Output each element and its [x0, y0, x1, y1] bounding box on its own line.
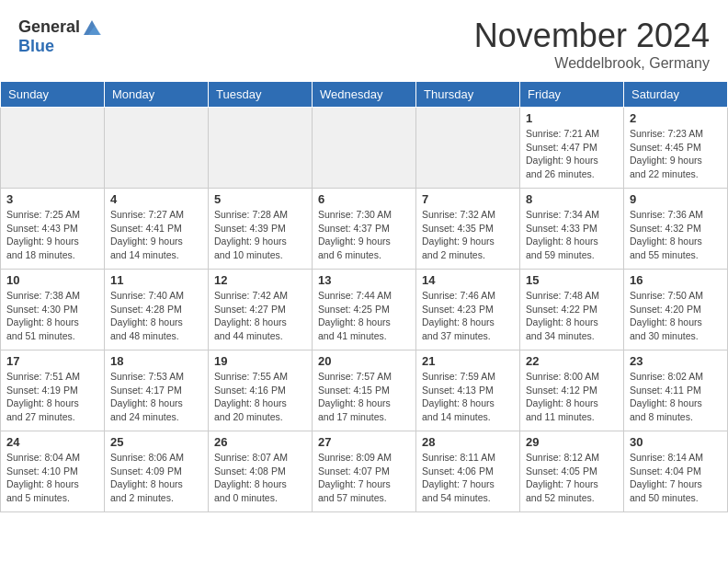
week-row-3: 10Sunrise: 7:38 AM Sunset: 4:30 PM Dayli… — [1, 270, 728, 350]
logo-general-text: General — [18, 17, 80, 37]
day-number: 5 — [214, 192, 306, 206]
day-info: Sunrise: 7:59 AM Sunset: 4:13 PM Dayligh… — [422, 370, 514, 424]
day-number: 7 — [422, 192, 514, 206]
day-info: Sunrise: 8:00 AM Sunset: 4:12 PM Dayligh… — [526, 370, 618, 424]
calendar-cell — [1, 108, 105, 189]
day-number: 10 — [6, 273, 98, 287]
calendar-cell: 20Sunrise: 7:57 AM Sunset: 4:15 PM Dayli… — [313, 350, 416, 431]
day-number: 22 — [526, 354, 618, 368]
day-info: Sunrise: 7:38 AM Sunset: 4:30 PM Dayligh… — [6, 289, 98, 343]
day-number: 29 — [526, 435, 618, 449]
calendar-cell: 4Sunrise: 7:27 AM Sunset: 4:41 PM Daylig… — [105, 189, 209, 270]
logo: General Blue — [18, 17, 102, 56]
day-number: 26 — [214, 435, 306, 449]
day-info: Sunrise: 7:46 AM Sunset: 4:23 PM Dayligh… — [422, 289, 514, 343]
day-number: 28 — [422, 435, 514, 449]
calendar-cell: 19Sunrise: 7:55 AM Sunset: 4:16 PM Dayli… — [209, 350, 313, 431]
calendar-cell: 28Sunrise: 8:11 AM Sunset: 4:06 PM Dayli… — [416, 431, 520, 512]
day-number: 27 — [318, 435, 410, 449]
calendar-cell: 30Sunrise: 8:14 AM Sunset: 4:04 PM Dayli… — [624, 431, 728, 512]
calendar-cell — [105, 108, 209, 189]
day-info: Sunrise: 7:32 AM Sunset: 4:35 PM Dayligh… — [422, 208, 514, 262]
day-number: 18 — [110, 354, 202, 368]
day-info: Sunrise: 8:12 AM Sunset: 4:05 PM Dayligh… — [526, 451, 618, 505]
day-info: Sunrise: 7:28 AM Sunset: 4:39 PM Dayligh… — [214, 208, 306, 262]
day-number: 11 — [110, 273, 202, 287]
week-row-5: 24Sunrise: 8:04 AM Sunset: 4:10 PM Dayli… — [1, 431, 728, 512]
calendar-cell: 7Sunrise: 7:32 AM Sunset: 4:35 PM Daylig… — [416, 189, 520, 270]
day-info: Sunrise: 7:21 AM Sunset: 4:47 PM Dayligh… — [526, 127, 618, 181]
week-row-4: 17Sunrise: 7:51 AM Sunset: 4:19 PM Dayli… — [1, 350, 728, 431]
calendar-cell: 21Sunrise: 7:59 AM Sunset: 4:13 PM Dayli… — [416, 350, 520, 431]
day-info: Sunrise: 7:44 AM Sunset: 4:25 PM Dayligh… — [318, 289, 410, 343]
day-info: Sunrise: 7:36 AM Sunset: 4:32 PM Dayligh… — [630, 208, 722, 262]
day-number: 24 — [6, 435, 98, 449]
day-number: 3 — [6, 192, 98, 206]
calendar-cell: 23Sunrise: 8:02 AM Sunset: 4:11 PM Dayli… — [624, 350, 728, 431]
calendar-cell: 16Sunrise: 7:50 AM Sunset: 4:20 PM Dayli… — [624, 270, 728, 350]
day-info: Sunrise: 8:06 AM Sunset: 4:09 PM Dayligh… — [110, 451, 202, 505]
day-number: 8 — [526, 192, 618, 206]
day-info: Sunrise: 7:51 AM Sunset: 4:19 PM Dayligh… — [6, 370, 98, 424]
logo-blue-text: Blue — [18, 37, 54, 55]
calendar-cell — [313, 108, 416, 189]
calendar-cell: 10Sunrise: 7:38 AM Sunset: 4:30 PM Dayli… — [1, 270, 105, 350]
day-number: 6 — [318, 192, 410, 206]
day-number: 2 — [630, 111, 722, 125]
calendar-cell — [416, 108, 520, 189]
calendar-cell: 26Sunrise: 8:07 AM Sunset: 4:08 PM Dayli… — [209, 431, 313, 512]
day-info: Sunrise: 7:40 AM Sunset: 4:28 PM Dayligh… — [110, 289, 202, 343]
day-number: 25 — [110, 435, 202, 449]
column-header-saturday: Saturday — [624, 82, 728, 108]
calendar: SundayMondayTuesdayWednesdayThursdayFrid… — [0, 81, 728, 512]
day-info: Sunrise: 7:42 AM Sunset: 4:27 PM Dayligh… — [214, 289, 306, 343]
day-info: Sunrise: 8:02 AM Sunset: 4:11 PM Dayligh… — [630, 370, 722, 424]
column-header-thursday: Thursday — [416, 82, 520, 108]
day-number: 4 — [110, 192, 202, 206]
week-row-1: 1Sunrise: 7:21 AM Sunset: 4:47 PM Daylig… — [1, 108, 728, 189]
day-number: 20 — [318, 354, 410, 368]
calendar-cell: 14Sunrise: 7:46 AM Sunset: 4:23 PM Dayli… — [416, 270, 520, 350]
day-number: 30 — [630, 435, 722, 449]
header: General Blue November 2024 Weddelbrook, … — [0, 0, 728, 81]
day-number: 19 — [214, 354, 306, 368]
calendar-cell: 29Sunrise: 8:12 AM Sunset: 4:05 PM Dayli… — [520, 431, 624, 512]
day-info: Sunrise: 8:04 AM Sunset: 4:10 PM Dayligh… — [6, 451, 98, 505]
day-number: 17 — [6, 354, 98, 368]
day-number: 13 — [318, 273, 410, 287]
calendar-cell: 24Sunrise: 8:04 AM Sunset: 4:10 PM Dayli… — [1, 431, 105, 512]
day-info: Sunrise: 7:34 AM Sunset: 4:33 PM Dayligh… — [526, 208, 618, 262]
column-header-sunday: Sunday — [1, 82, 105, 108]
day-number: 21 — [422, 354, 514, 368]
day-info: Sunrise: 7:57 AM Sunset: 4:15 PM Dayligh… — [318, 370, 410, 424]
calendar-cell: 22Sunrise: 8:00 AM Sunset: 4:12 PM Dayli… — [520, 350, 624, 431]
calendar-cell — [209, 108, 313, 189]
calendar-cell: 8Sunrise: 7:34 AM Sunset: 4:33 PM Daylig… — [520, 189, 624, 270]
calendar-cell: 27Sunrise: 8:09 AM Sunset: 4:07 PM Dayli… — [313, 431, 416, 512]
day-info: Sunrise: 8:11 AM Sunset: 4:06 PM Dayligh… — [422, 451, 514, 505]
calendar-cell: 2Sunrise: 7:23 AM Sunset: 4:45 PM Daylig… — [624, 108, 728, 189]
title-block: November 2024 Weddelbrook, Germany — [474, 17, 710, 72]
calendar-cell: 6Sunrise: 7:30 AM Sunset: 4:37 PM Daylig… — [313, 189, 416, 270]
logo-icon — [82, 17, 102, 37]
day-info: Sunrise: 7:55 AM Sunset: 4:16 PM Dayligh… — [214, 370, 306, 424]
day-info: Sunrise: 7:50 AM Sunset: 4:20 PM Dayligh… — [630, 289, 722, 343]
column-header-wednesday: Wednesday — [313, 82, 416, 108]
day-info: Sunrise: 7:53 AM Sunset: 4:17 PM Dayligh… — [110, 370, 202, 424]
location: Weddelbrook, Germany — [474, 55, 710, 72]
calendar-cell: 9Sunrise: 7:36 AM Sunset: 4:32 PM Daylig… — [624, 189, 728, 270]
day-number: 15 — [526, 273, 618, 287]
column-header-friday: Friday — [520, 82, 624, 108]
column-header-monday: Monday — [105, 82, 209, 108]
day-number: 12 — [214, 273, 306, 287]
calendar-cell: 17Sunrise: 7:51 AM Sunset: 4:19 PM Dayli… — [1, 350, 105, 431]
day-number: 23 — [630, 354, 722, 368]
day-info: Sunrise: 8:14 AM Sunset: 4:04 PM Dayligh… — [630, 451, 722, 505]
day-info: Sunrise: 7:25 AM Sunset: 4:43 PM Dayligh… — [6, 208, 98, 262]
calendar-cell: 3Sunrise: 7:25 AM Sunset: 4:43 PM Daylig… — [1, 189, 105, 270]
week-row-2: 3Sunrise: 7:25 AM Sunset: 4:43 PM Daylig… — [1, 189, 728, 270]
calendar-cell: 25Sunrise: 8:06 AM Sunset: 4:09 PM Dayli… — [105, 431, 209, 512]
month-title: November 2024 — [474, 17, 710, 55]
day-number: 9 — [630, 192, 722, 206]
day-info: Sunrise: 7:48 AM Sunset: 4:22 PM Dayligh… — [526, 289, 618, 343]
